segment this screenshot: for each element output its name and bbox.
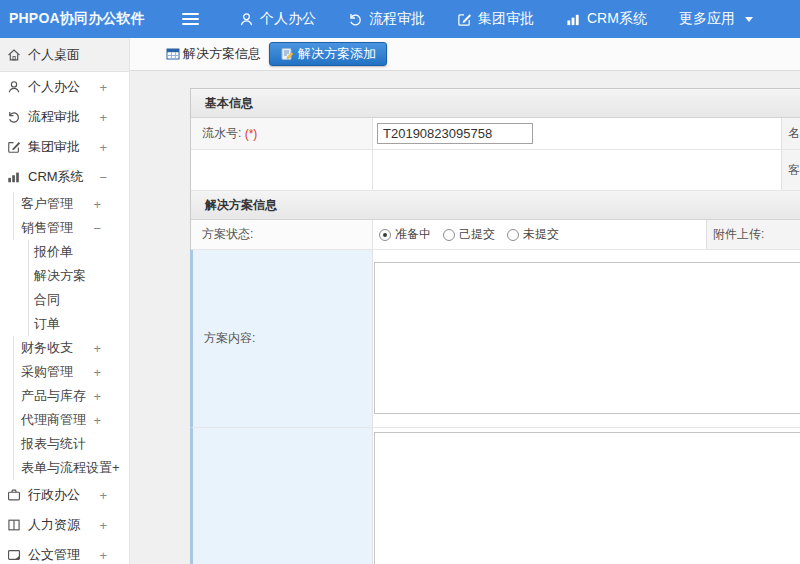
topnav-label: 集团审批 [478, 10, 534, 28]
sidebar-item-quotation[interactable]: 报价单 [28, 240, 129, 264]
sidebar-item-agent-mgmt[interactable]: 代理商管理 + [13, 408, 129, 432]
sidebar-item-label: 个人办公 [28, 78, 80, 96]
sidebar-item-solution[interactable]: 解决方案 [28, 264, 129, 288]
name-value-row: 客户 [191, 150, 800, 191]
attachment-upload-cell: 附件上传: [706, 220, 800, 249]
table-icon [166, 47, 180, 61]
section-header-solution-info: 解决方案信息 [191, 191, 800, 220]
edit-icon [7, 140, 21, 154]
sidebar-item-workflow-approval[interactable]: 流程审批 + [0, 102, 129, 132]
empty-value-cell [373, 150, 781, 190]
add-solution-button[interactable]: 解决方案添加 [269, 42, 387, 66]
main-area: 解决方案信息 解决方案添加 基本信息 流水号: (*) 名称 客户 [130, 38, 800, 564]
undo-icon [7, 110, 21, 124]
customer-feedback-value-cell [373, 428, 800, 564]
expand-toggle: + [99, 548, 107, 563]
sidebar-item-label: 订单 [34, 315, 60, 333]
person-icon [7, 80, 21, 94]
radio-status-preparing[interactable]: 准备中 [379, 226, 431, 243]
sidebar-item-personal-office[interactable]: 个人办公 + [0, 72, 129, 102]
sidebar-item-document-mgmt[interactable]: 公文管理 + [0, 540, 129, 564]
topnav-more-apps[interactable]: 更多应用 [663, 0, 769, 38]
customer-feedback-label-cell: 客户反馈: [193, 428, 373, 564]
sidebar-item-label: 人力资源 [28, 516, 80, 534]
customer-feedback-textarea[interactable] [374, 432, 800, 564]
topnav-personal-office[interactable]: 个人办公 [223, 0, 332, 38]
customer-feedback-row: 客户反馈: [190, 428, 800, 564]
collapse-toggle: − [99, 170, 107, 185]
sidebar-item-reports-stats[interactable]: 报表与统计 [13, 432, 129, 456]
sidebar-item-crm[interactable]: CRM系统 − [0, 162, 129, 192]
sidebar-item-form-workflow-settings[interactable]: 表单与流程设置+ [13, 456, 129, 480]
status-row: 方案状态: 准备中 己提交 未提交 附件上传: [191, 220, 800, 250]
topnav-group-approval[interactable]: 集团审批 [441, 0, 550, 38]
topnav-workflow-approval[interactable]: 流程审批 [332, 0, 441, 38]
sidebar-item-label: 流程审批 [28, 108, 80, 126]
sidebar-item-label: 代理商管理 [21, 411, 86, 429]
sidebar-item-order[interactable]: 订单 [28, 312, 129, 336]
name-label: 名称 [788, 125, 800, 142]
solution-content-row: 方案内容: [190, 250, 800, 428]
sidebar-item-label: 集团审批 [28, 138, 80, 156]
home-icon [7, 48, 21, 62]
sidebar-item-label: CRM系统 [28, 168, 84, 186]
serial-number-input[interactable] [377, 123, 533, 144]
expand-toggle: + [99, 518, 107, 533]
expand-toggle: + [99, 488, 107, 503]
radio-status-not-submitted[interactable]: 未提交 [507, 226, 559, 243]
sidebar-item-label: 表单与流程设置+ [21, 459, 120, 477]
radio-label: 己提交 [459, 226, 495, 243]
status-label-cell: 方案状态: [191, 220, 373, 249]
app-logo: PHPOA协同办公软件 [0, 10, 130, 28]
sidebar-item-sales-mgmt[interactable]: 销售管理 − [13, 216, 129, 240]
person-icon [239, 12, 254, 27]
serial-number-value-cell [373, 118, 781, 149]
sidebar-item-contract[interactable]: 合同 [28, 288, 129, 312]
sidebar-item-personal-desktop[interactable]: 个人桌面 [0, 38, 129, 72]
tab-bar: 解决方案信息 解决方案添加 [130, 38, 800, 71]
topbar: PHPOA协同办公软件 个人办公 流程审批 集团审批 CRM系统 更多应用 [0, 0, 800, 38]
expand-toggle: + [93, 389, 101, 404]
sidebar-item-customer-mgmt[interactable]: 客户管理 + [13, 192, 129, 216]
solution-content-textarea[interactable] [374, 262, 800, 414]
expand-toggle: + [99, 110, 107, 125]
expand-toggle: + [93, 197, 101, 212]
expand-toggle: + [93, 341, 101, 356]
sidebar-item-hr[interactable]: 人力资源 + [0, 510, 129, 540]
sidebar-item-finance[interactable]: 财务收支 + [13, 336, 129, 360]
sidebar-item-label: 销售管理 [21, 219, 73, 237]
sidebar: 个人桌面 个人办公 + 流程审批 + 集团审批 + CRM系统 − 客户管理 +… [0, 38, 130, 564]
solution-content-value-cell [373, 250, 800, 427]
section-header-basic-info: 基本信息 [191, 89, 800, 118]
topnav-label: 更多应用 [679, 10, 735, 28]
radio-unselected-icon [507, 229, 519, 241]
sidebar-item-label: 采购管理 [21, 363, 73, 381]
sidebar-item-purchase-mgmt[interactable]: 采购管理 + [13, 360, 129, 384]
radio-unselected-icon [443, 229, 455, 241]
solution-content-label-cell: 方案内容: [193, 250, 373, 427]
sidebar-item-admin-office[interactable]: 行政办公 + [0, 480, 129, 510]
topnav-crm-system[interactable]: CRM系统 [550, 0, 663, 38]
name-label-cell: 名称 [781, 118, 800, 149]
sidebar-item-label: 公文管理 [28, 546, 80, 564]
undo-icon [348, 12, 363, 27]
expand-toggle: + [99, 140, 107, 155]
hamburger-menu-icon[interactable] [182, 13, 199, 25]
expand-toggle: + [93, 365, 101, 380]
radio-status-submitted[interactable]: 己提交 [443, 226, 495, 243]
radio-label: 未提交 [523, 226, 559, 243]
empty-label-cell [191, 150, 373, 190]
required-mark: (*) [245, 127, 258, 141]
briefcase-icon [7, 488, 21, 502]
sidebar-item-product-inventory[interactable]: 产品与库存 + [13, 384, 129, 408]
edit-icon [457, 12, 472, 27]
topnav-label: 个人办公 [260, 10, 316, 28]
sidebar-item-label: 合同 [34, 291, 60, 309]
tab-solution-info[interactable]: 解决方案信息 [166, 45, 261, 63]
solution-form-panel: 基本信息 流水号: (*) 名称 客户 解决方案信息 方案状态: [190, 88, 800, 564]
attachment-upload-label: 附件上传: [713, 226, 764, 243]
sidebar-item-group-approval[interactable]: 集团审批 + [0, 132, 129, 162]
top-navigation: 个人办公 流程审批 集团审批 CRM系统 更多应用 [223, 0, 769, 38]
add-document-icon [280, 47, 294, 61]
radio-label: 准备中 [395, 226, 431, 243]
